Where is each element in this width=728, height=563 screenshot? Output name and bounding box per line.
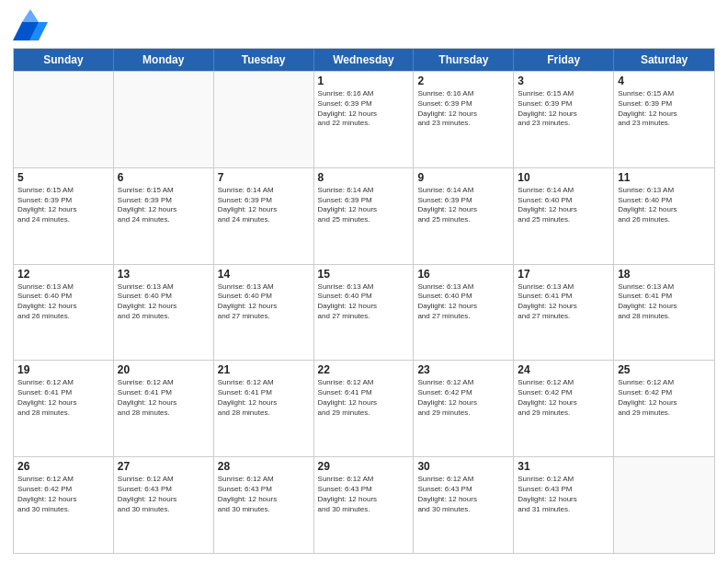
day-header-sunday: Sunday: [14, 49, 114, 71]
day-info: Sunrise: 6:12 AM Sunset: 6:43 PM Dayligh…: [417, 475, 509, 514]
day-cell-29: 29Sunrise: 6:12 AM Sunset: 6:43 PM Dayli…: [314, 457, 415, 553]
day-cell-11: 11Sunrise: 6:13 AM Sunset: 6:40 PM Dayli…: [614, 168, 714, 264]
empty-cell: [214, 72, 314, 167]
day-number: 23: [417, 363, 509, 376]
day-info: Sunrise: 6:14 AM Sunset: 6:39 PM Dayligh…: [318, 186, 410, 225]
header: [13, 9, 715, 40]
day-info: Sunrise: 6:12 AM Sunset: 6:42 PM Dayligh…: [17, 475, 109, 514]
day-info: Sunrise: 6:13 AM Sunset: 6:41 PM Dayligh…: [518, 282, 609, 322]
day-number: 22: [318, 363, 410, 376]
day-number: 30: [417, 460, 509, 473]
day-number: 31: [518, 460, 609, 473]
day-info: Sunrise: 6:15 AM Sunset: 6:39 PM Dayligh…: [518, 89, 609, 129]
day-info: Sunrise: 6:14 AM Sunset: 6:39 PM Dayligh…: [218, 186, 310, 225]
day-cell-26: 26Sunrise: 6:12 AM Sunset: 6:42 PM Dayli…: [14, 457, 114, 553]
day-number: 5: [17, 171, 109, 184]
logo-icon: [13, 9, 48, 40]
day-number: 2: [417, 75, 509, 87]
day-cell-5: 5Sunrise: 6:15 AM Sunset: 6:39 PM Daylig…: [14, 168, 114, 264]
day-number: 24: [518, 363, 609, 376]
week-row-1: 1Sunrise: 6:16 AM Sunset: 6:39 PM Daylig…: [14, 71, 714, 167]
day-number: 12: [17, 268, 109, 281]
day-cell-7: 7Sunrise: 6:14 AM Sunset: 6:39 PM Daylig…: [214, 168, 314, 264]
day-number: 26: [17, 460, 109, 473]
week-row-4: 19Sunrise: 6:12 AM Sunset: 6:41 PM Dayli…: [14, 360, 714, 456]
day-info: Sunrise: 6:12 AM Sunset: 6:41 PM Dayligh…: [218, 378, 310, 418]
day-cell-15: 15Sunrise: 6:13 AM Sunset: 6:40 PM Dayli…: [314, 265, 415, 361]
day-header-saturday: Saturday: [614, 49, 714, 71]
day-cell-31: 31Sunrise: 6:12 AM Sunset: 6:43 PM Dayli…: [514, 457, 614, 553]
day-number: 27: [118, 460, 210, 473]
day-cell-22: 22Sunrise: 6:12 AM Sunset: 6:41 PM Dayli…: [314, 361, 415, 456]
day-cell-12: 12Sunrise: 6:13 AM Sunset: 6:40 PM Dayli…: [14, 265, 114, 361]
day-number: 17: [518, 268, 609, 281]
svg-marker-2: [22, 9, 39, 22]
day-cell-21: 21Sunrise: 6:12 AM Sunset: 6:41 PM Dayli…: [214, 361, 314, 456]
day-cell-8: 8Sunrise: 6:14 AM Sunset: 6:39 PM Daylig…: [314, 168, 415, 264]
day-info: Sunrise: 6:12 AM Sunset: 6:41 PM Dayligh…: [118, 378, 210, 418]
day-info: Sunrise: 6:15 AM Sunset: 6:39 PM Dayligh…: [17, 186, 109, 225]
day-info: Sunrise: 6:12 AM Sunset: 6:43 PM Dayligh…: [118, 475, 210, 514]
day-cell-16: 16Sunrise: 6:13 AM Sunset: 6:40 PM Dayli…: [414, 265, 514, 361]
day-number: 15: [318, 268, 410, 281]
day-number: 20: [118, 363, 210, 376]
day-header-friday: Friday: [514, 49, 614, 71]
day-number: 1: [318, 75, 410, 87]
day-cell-10: 10Sunrise: 6:14 AM Sunset: 6:40 PM Dayli…: [514, 168, 614, 264]
day-info: Sunrise: 6:16 AM Sunset: 6:39 PM Dayligh…: [318, 89, 410, 129]
day-number: 21: [218, 363, 310, 376]
day-number: 28: [218, 460, 310, 473]
day-info: Sunrise: 6:13 AM Sunset: 6:40 PM Dayligh…: [218, 282, 310, 322]
day-info: Sunrise: 6:12 AM Sunset: 6:43 PM Dayligh…: [218, 475, 310, 514]
week-row-2: 5Sunrise: 6:15 AM Sunset: 6:39 PM Daylig…: [14, 167, 714, 264]
day-info: Sunrise: 6:13 AM Sunset: 6:40 PM Dayligh…: [17, 282, 109, 322]
day-cell-23: 23Sunrise: 6:12 AM Sunset: 6:42 PM Dayli…: [414, 361, 514, 456]
day-info: Sunrise: 6:15 AM Sunset: 6:39 PM Dayligh…: [618, 89, 711, 129]
day-cell-3: 3Sunrise: 6:15 AM Sunset: 6:39 PM Daylig…: [514, 72, 614, 167]
day-cell-13: 13Sunrise: 6:13 AM Sunset: 6:40 PM Dayli…: [114, 265, 214, 361]
day-header-thursday: Thursday: [414, 49, 514, 71]
day-cell-25: 25Sunrise: 6:12 AM Sunset: 6:42 PM Dayli…: [614, 361, 714, 456]
day-number: 11: [618, 171, 711, 184]
day-info: Sunrise: 6:12 AM Sunset: 6:41 PM Dayligh…: [17, 378, 109, 418]
day-info: Sunrise: 6:12 AM Sunset: 6:42 PM Dayligh…: [417, 378, 509, 418]
day-info: Sunrise: 6:13 AM Sunset: 6:40 PM Dayligh…: [417, 282, 509, 322]
day-cell-17: 17Sunrise: 6:13 AM Sunset: 6:41 PM Dayli…: [514, 265, 614, 361]
day-info: Sunrise: 6:13 AM Sunset: 6:40 PM Dayligh…: [118, 282, 210, 322]
empty-cell: [614, 457, 714, 553]
day-info: Sunrise: 6:12 AM Sunset: 6:41 PM Dayligh…: [318, 378, 410, 418]
day-number: 25: [618, 363, 711, 376]
empty-cell: [114, 72, 214, 167]
day-cell-1: 1Sunrise: 6:16 AM Sunset: 6:39 PM Daylig…: [314, 72, 415, 167]
day-info: Sunrise: 6:12 AM Sunset: 6:43 PM Dayligh…: [518, 475, 609, 514]
day-number: 13: [118, 268, 210, 281]
day-number: 7: [218, 171, 310, 184]
day-cell-4: 4Sunrise: 6:15 AM Sunset: 6:39 PM Daylig…: [614, 72, 714, 167]
day-number: 9: [417, 171, 509, 184]
day-cell-14: 14Sunrise: 6:13 AM Sunset: 6:40 PM Dayli…: [214, 265, 314, 361]
day-number: 19: [17, 363, 109, 376]
day-info: Sunrise: 6:16 AM Sunset: 6:39 PM Dayligh…: [417, 89, 509, 129]
calendar-body: 1Sunrise: 6:16 AM Sunset: 6:39 PM Daylig…: [14, 71, 714, 553]
day-number: 10: [518, 171, 609, 184]
day-info: Sunrise: 6:12 AM Sunset: 6:42 PM Dayligh…: [618, 378, 711, 418]
day-info: Sunrise: 6:13 AM Sunset: 6:41 PM Dayligh…: [618, 282, 711, 322]
day-cell-24: 24Sunrise: 6:12 AM Sunset: 6:42 PM Dayli…: [514, 361, 614, 456]
day-info: Sunrise: 6:13 AM Sunset: 6:40 PM Dayligh…: [318, 282, 410, 322]
day-info: Sunrise: 6:14 AM Sunset: 6:40 PM Dayligh…: [518, 186, 609, 225]
day-cell-28: 28Sunrise: 6:12 AM Sunset: 6:43 PM Dayli…: [214, 457, 314, 553]
day-cell-27: 27Sunrise: 6:12 AM Sunset: 6:43 PM Dayli…: [114, 457, 214, 553]
empty-cell: [14, 72, 114, 167]
day-cell-18: 18Sunrise: 6:13 AM Sunset: 6:41 PM Dayli…: [614, 265, 714, 361]
day-cell-20: 20Sunrise: 6:12 AM Sunset: 6:41 PM Dayli…: [114, 361, 214, 456]
calendar-header: SundayMondayTuesdayWednesdayThursdayFrid…: [14, 49, 714, 71]
day-info: Sunrise: 6:12 AM Sunset: 6:42 PM Dayligh…: [518, 378, 609, 418]
day-number: 3: [518, 75, 609, 87]
day-number: 8: [318, 171, 410, 184]
day-number: 4: [618, 75, 711, 87]
week-row-3: 12Sunrise: 6:13 AM Sunset: 6:40 PM Dayli…: [14, 264, 714, 361]
week-row-5: 26Sunrise: 6:12 AM Sunset: 6:42 PM Dayli…: [14, 456, 714, 553]
day-number: 6: [118, 171, 210, 184]
day-header-monday: Monday: [114, 49, 214, 71]
day-info: Sunrise: 6:14 AM Sunset: 6:39 PM Dayligh…: [417, 186, 509, 225]
